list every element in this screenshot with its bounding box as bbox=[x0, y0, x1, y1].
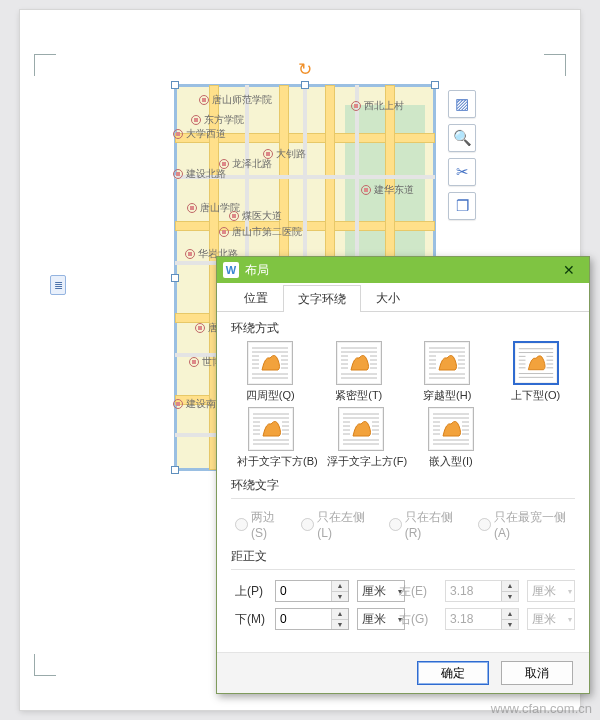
wrap-style-option[interactable]: 上下型(O) bbox=[503, 341, 570, 403]
wrap-style-label: 环绕方式 bbox=[231, 320, 575, 337]
distance-label: 距正文 bbox=[231, 548, 575, 565]
map-poi: 唐山市第二医院 bbox=[219, 225, 302, 239]
map-poi: 煤医大道 bbox=[229, 209, 282, 223]
tab-size[interactable]: 大小 bbox=[361, 284, 415, 311]
picture-options-button[interactable]: ▨ bbox=[448, 90, 476, 118]
wrap-style-caption: 嵌入型(I) bbox=[417, 454, 485, 469]
dist-right-input: ▲▼ bbox=[445, 608, 519, 630]
picture-mini-toolbar: ▨🔍✂❐ bbox=[448, 90, 474, 220]
dist-left-label: 左(E) bbox=[399, 583, 445, 600]
dist-left-input: ▲▼ bbox=[445, 580, 519, 602]
wrap-style-grid: 四周型(Q)紧密型(T)穿越型(H)上下型(O)衬于文字下方(B)浮于文字上方(… bbox=[231, 341, 575, 469]
resize-handle-bl[interactable] bbox=[171, 466, 179, 474]
wrap-style-option[interactable]: 嵌入型(I) bbox=[417, 407, 485, 469]
dist-bottom-label: 下(M) bbox=[235, 611, 275, 628]
layout-dialog: W 布局 ✕ 位置文字环绕大小 环绕方式 四周型(Q)紧密型(T)穿越型(H)上… bbox=[216, 256, 590, 694]
close-button[interactable]: ✕ bbox=[555, 260, 583, 280]
map-poi: 大学西道 bbox=[173, 127, 226, 141]
paragraph-anchor-icon[interactable]: ≣ bbox=[50, 275, 66, 295]
cancel-button[interactable]: 取消 bbox=[501, 661, 573, 685]
wrap-style-option[interactable]: 浮于文字上方(F) bbox=[327, 407, 395, 469]
map-poi: 西北上村 bbox=[351, 99, 404, 113]
ok-button[interactable]: 确定 bbox=[417, 661, 489, 685]
dialog-titlebar[interactable]: W 布局 ✕ bbox=[217, 257, 589, 283]
wrap-style-option[interactable]: 穿越型(H) bbox=[414, 341, 481, 403]
map-poi: 大钊路 bbox=[263, 147, 306, 161]
dialog-tabs: 位置文字环绕大小 bbox=[217, 283, 589, 312]
resize-handle-tm[interactable] bbox=[301, 81, 309, 89]
wrap-text-radio: 只在右侧(R) bbox=[389, 509, 464, 540]
wrap-text-radio: 只在最宽一侧(A) bbox=[478, 509, 575, 540]
dist-top-input[interactable]: ▲▼ bbox=[275, 580, 349, 602]
dist-bottom-input[interactable]: ▲▼ bbox=[275, 608, 349, 630]
wrap-style-caption: 紧密型(T) bbox=[326, 388, 393, 403]
wrap-style-thumb bbox=[338, 407, 384, 451]
crop-mark bbox=[34, 654, 56, 676]
dist-right-unit: 厘米▾ bbox=[527, 608, 575, 630]
wrap-style-option[interactable]: 紧密型(T) bbox=[326, 341, 393, 403]
wrap-style-caption: 浮于文字上方(F) bbox=[327, 454, 395, 469]
color-button[interactable]: ❐ bbox=[448, 192, 476, 220]
wrap-style-caption: 衬于文字下方(B) bbox=[237, 454, 305, 469]
map-poi: 唐山师范学院 bbox=[199, 93, 272, 107]
dist-bottom-unit[interactable]: 厘米▾ bbox=[357, 608, 405, 630]
dist-top-unit[interactable]: 厘米▾ bbox=[357, 580, 405, 602]
wrap-style-thumb bbox=[248, 407, 294, 451]
crop-button[interactable]: ✂ bbox=[448, 158, 476, 186]
wrap-text-label: 环绕文字 bbox=[231, 477, 575, 494]
tab-pos[interactable]: 位置 bbox=[229, 284, 283, 311]
zoom-button[interactable]: 🔍 bbox=[448, 124, 476, 152]
wrap-style-thumb bbox=[424, 341, 470, 385]
app-icon: W bbox=[223, 262, 239, 278]
dist-right-label: 右(G) bbox=[399, 611, 445, 628]
wrap-style-caption: 四周型(Q) bbox=[237, 388, 304, 403]
crop-mark bbox=[34, 54, 56, 76]
dist-left-unit: 厘米▾ bbox=[527, 580, 575, 602]
wrap-style-option[interactable]: 四周型(Q) bbox=[237, 341, 304, 403]
crop-mark bbox=[544, 54, 566, 76]
map-poi: 东方学院 bbox=[191, 113, 244, 127]
dialog-title: 布局 bbox=[245, 262, 555, 279]
map-poi: 建华东道 bbox=[361, 183, 414, 197]
resize-handle-ml[interactable] bbox=[171, 274, 179, 282]
wrap-text-options: 两边(S)只在左侧(L)只在右侧(R)只在最宽一侧(A) bbox=[231, 505, 575, 540]
tab-wrap[interactable]: 文字环绕 bbox=[283, 285, 361, 312]
wrap-text-radio: 两边(S) bbox=[235, 509, 287, 540]
wrap-style-caption: 上下型(O) bbox=[503, 388, 570, 403]
distance-grid: 上(P) ▲▼ 厘米▾ 左(E) ▲▼ 厘米▾ bbox=[231, 576, 575, 630]
resize-handle-tl[interactable] bbox=[171, 81, 179, 89]
dist-top-label: 上(P) bbox=[235, 583, 275, 600]
wrap-style-thumb bbox=[247, 341, 293, 385]
rotate-handle[interactable]: ↻ bbox=[296, 61, 314, 79]
wrap-text-radio: 只在左侧(L) bbox=[301, 509, 374, 540]
wrap-style-option[interactable]: 衬于文字下方(B) bbox=[237, 407, 305, 469]
wrap-style-thumb bbox=[336, 341, 382, 385]
wrap-style-thumb bbox=[428, 407, 474, 451]
wrap-style-caption: 穿越型(H) bbox=[414, 388, 481, 403]
wrap-style-thumb bbox=[513, 341, 559, 385]
resize-handle-tr[interactable] bbox=[431, 81, 439, 89]
watermark: www.cfan.com.cn bbox=[491, 701, 592, 716]
dialog-footer: 确定 取消 bbox=[217, 652, 589, 693]
